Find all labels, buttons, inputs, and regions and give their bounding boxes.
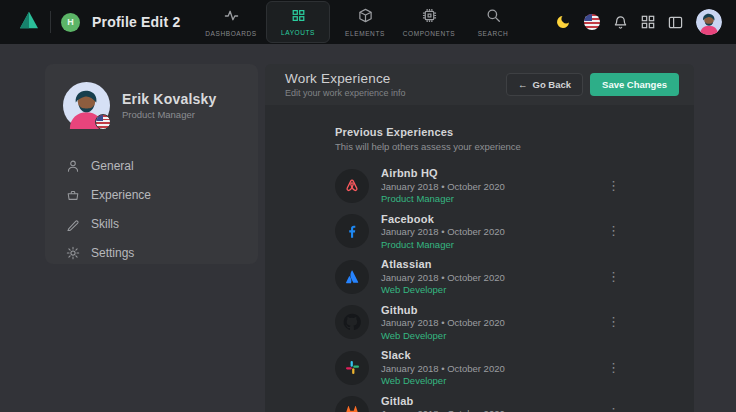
brand-logo[interactable]	[18, 12, 40, 32]
cpu-icon	[422, 8, 437, 27]
github-logo-icon	[335, 305, 369, 339]
experience-item-atlassian: Atlassian January 2018 • October 2020 We…	[335, 254, 694, 300]
user-avatar[interactable]	[696, 9, 722, 35]
nav-item-label: SEARCH	[478, 30, 509, 37]
moon-icon[interactable]	[555, 14, 571, 30]
apps-grid-icon[interactable]	[641, 15, 655, 29]
country-flag-badge	[95, 114, 111, 130]
nav-item-dashboards[interactable]: DASHBOARDS	[202, 5, 260, 40]
experience-period: January 2018 • October 2020	[381, 317, 505, 328]
nav-item-label: ELEMENTS	[345, 30, 385, 37]
item-menu-button[interactable]: ⋮	[607, 363, 620, 373]
section-title: Previous Experiences	[335, 126, 694, 138]
main-nav: DASHBOARDS LAYOUTS ELEMENTS COMPONENTS	[202, 0, 522, 44]
sidebar-item-settings[interactable]: Settings	[45, 238, 258, 267]
profile-sidebar: Erik Kovalsky Product Manager General Ex…	[45, 64, 258, 264]
panel-toggle-icon[interactable]	[668, 15, 683, 30]
experience-item-github: Github January 2018 • October 2020 Web D…	[335, 300, 694, 346]
profile-avatar	[63, 82, 110, 129]
go-back-button[interactable]: ← Go Back	[506, 73, 583, 96]
activity-icon	[224, 8, 239, 27]
company-name: Github	[381, 304, 505, 316]
search-icon	[486, 8, 501, 27]
item-menu-button[interactable]: ⋮	[607, 317, 620, 327]
section-subtitle: This will help others assess your experi…	[335, 141, 694, 152]
item-menu-button[interactable]: ⋮	[607, 181, 620, 191]
facebook-logo-icon	[335, 214, 369, 248]
experience-item-slack: Slack January 2018 • October 2020 Web De…	[335, 345, 694, 391]
gear-icon	[66, 246, 80, 260]
experience-text: Airbnb HQ January 2018 • October 2020 Pr…	[381, 167, 505, 204]
sidebar-item-label: Skills	[91, 217, 119, 231]
experience-period: January 2018 • October 2020	[381, 272, 505, 283]
experience-item-gitlab: Gitlab January 2018 • October 2020 Web D…	[335, 391, 694, 412]
experience-period: January 2018 • October 2020	[381, 181, 505, 192]
experience-role: Web Developer	[381, 284, 505, 295]
experience-period: January 2018 • October 2020	[381, 363, 505, 374]
company-name: Airbnb HQ	[381, 167, 505, 179]
gitlab-logo-icon	[335, 396, 369, 412]
top-navbar: H Profile Edit 2 DASHBOARDS LAYOUTS E	[0, 0, 736, 44]
us-flag-icon[interactable]	[584, 14, 600, 30]
nav-item-label: COMPONENTS	[403, 30, 456, 37]
page-badge: H	[61, 13, 80, 32]
experience-item-facebook: Facebook January 2018 • October 2020 Pro…	[335, 209, 694, 255]
navbar-right	[555, 0, 736, 44]
go-back-label: Go Back	[533, 79, 572, 90]
experience-list-area: Previous Experiences This will help othe…	[265, 105, 694, 412]
briefcase-icon	[66, 188, 80, 202]
item-menu-button[interactable]: ⋮	[607, 272, 620, 282]
item-menu-button[interactable]: ⋮	[607, 226, 620, 236]
experience-list: Airbnb HQ January 2018 • October 2020 Pr…	[335, 163, 694, 412]
profile-head: Erik Kovalsky Product Manager	[45, 64, 258, 137]
profile-role: Product Manager	[122, 109, 216, 120]
triangle-logo-icon	[19, 11, 39, 33]
page-section-subtitle: Edit your work experience info	[285, 88, 406, 98]
divider	[50, 11, 51, 33]
experience-text: Gitlab January 2018 • October 2020 Web D…	[381, 395, 505, 412]
experience-role: Web Developer	[381, 375, 505, 386]
sidebar-item-label: General	[91, 159, 134, 173]
atlassian-logo-icon	[335, 260, 369, 294]
airbnb-logo-icon	[335, 169, 369, 203]
sidebar-item-label: Settings	[91, 246, 134, 260]
pen-icon	[66, 217, 80, 231]
sidebar-item-general[interactable]: General	[45, 151, 258, 180]
main-panel: Work Experience Edit your work experienc…	[265, 64, 694, 412]
experience-period: January 2018 • October 2020	[381, 408, 505, 412]
sidebar-item-skills[interactable]: Skills	[45, 209, 258, 238]
sidebar-item-experience[interactable]: Experience	[45, 180, 258, 209]
company-name: Facebook	[381, 213, 505, 225]
sidebar-item-label: Experience	[91, 188, 151, 202]
content-header: Work Experience Edit your work experienc…	[265, 64, 694, 105]
profile-name: Erik Kovalsky	[122, 91, 216, 107]
item-menu-button[interactable]: ⋮	[607, 408, 620, 412]
nav-item-components[interactable]: COMPONENTS	[400, 5, 458, 40]
left-arrow-icon: ←	[518, 79, 528, 90]
experience-role: Product Manager	[381, 239, 505, 250]
nav-item-layouts[interactable]: LAYOUTS	[266, 1, 330, 43]
nav-item-label: DASHBOARDS	[205, 30, 257, 37]
company-name: Slack	[381, 349, 505, 361]
experience-text: Slack January 2018 • October 2020 Web De…	[381, 349, 505, 386]
experience-period: January 2018 • October 2020	[381, 226, 505, 237]
navbar-left: H Profile Edit 2	[0, 11, 180, 33]
layout-grid-icon	[292, 8, 305, 26]
box-icon	[358, 8, 373, 27]
page-section-title: Work Experience	[285, 71, 406, 86]
nav-item-elements[interactable]: ELEMENTS	[336, 5, 394, 40]
nav-item-label: LAYOUTS	[281, 29, 315, 36]
nav-item-search[interactable]: SEARCH	[464, 5, 522, 40]
experience-role: Product Manager	[381, 193, 505, 204]
header-actions: ← Go Back Save Changes	[506, 73, 679, 96]
experience-item-airbnb: Airbnb HQ January 2018 • October 2020 Pr…	[335, 163, 694, 209]
experience-text: Facebook January 2018 • October 2020 Pro…	[381, 213, 505, 250]
experience-role: Web Developer	[381, 330, 505, 341]
bell-icon[interactable]	[613, 15, 628, 30]
sidebar-menu: General Experience Skills Settings	[45, 151, 258, 267]
company-name: Atlassian	[381, 258, 505, 270]
experience-text: Github January 2018 • October 2020 Web D…	[381, 304, 505, 341]
experience-text: Atlassian January 2018 • October 2020 We…	[381, 258, 505, 295]
save-changes-button[interactable]: Save Changes	[590, 73, 679, 96]
page-title: Profile Edit 2	[92, 14, 180, 30]
